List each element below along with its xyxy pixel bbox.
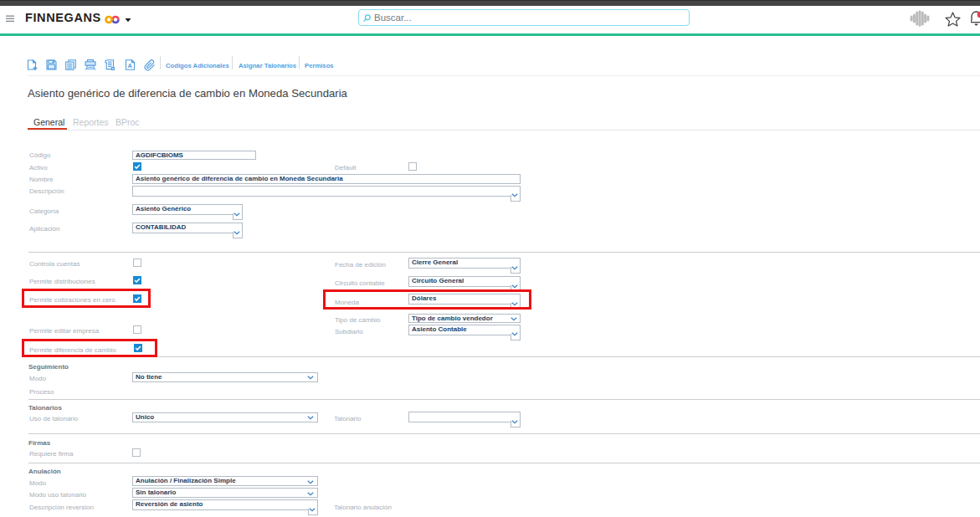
svg-text:A: A bbox=[127, 62, 132, 69]
